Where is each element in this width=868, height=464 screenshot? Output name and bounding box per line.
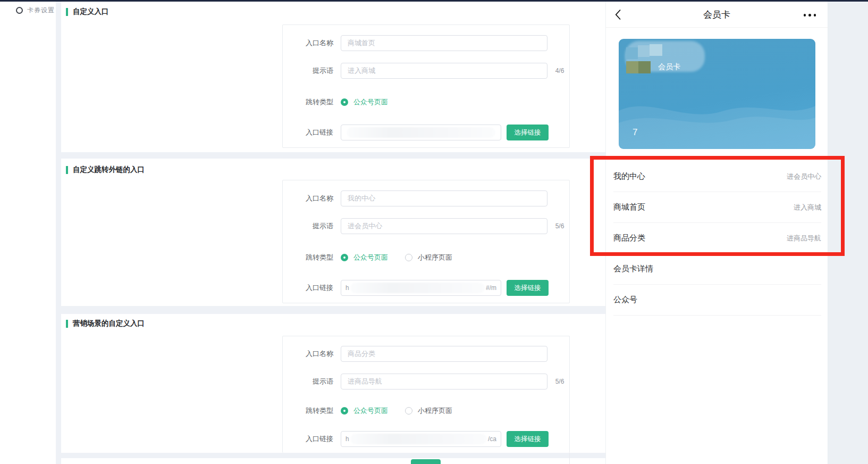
radio-unselected-icon[interactable] [16, 7, 23, 14]
section-title-external-link-entry: 自定义跳转外链的入口 [66, 165, 145, 175]
jump-type-label: 跳转类型 [227, 403, 333, 419]
jump-type-options: 公众号页面 小程序页面 [341, 404, 452, 418]
select-link-button[interactable]: 选择链接 [507, 280, 549, 296]
radio-option-official-account[interactable]: 公众号页面 [353, 253, 388, 262]
char-counter: 4/6 [550, 63, 570, 79]
tip-label: 提示语 [227, 374, 333, 390]
tip-label: 提示语 [227, 218, 333, 234]
sidebar-divider [56, 2, 61, 464]
entry-link-label: 入口链接 [227, 431, 333, 447]
entry-name-label: 入口名称 [227, 346, 333, 362]
jump-type-options: 公众号页面 小程序页面 [341, 251, 452, 264]
card-wave-decoration [619, 39, 815, 149]
section-accent-bar [66, 166, 68, 174]
section-accent-bar [66, 8, 68, 16]
radio-unselected-icon[interactable] [405, 254, 412, 261]
entry-name-input[interactable]: 我的中心 [341, 190, 547, 206]
redacted-link-blur [350, 283, 485, 293]
entry-name-label: 入口名称 [227, 190, 333, 206]
membership-card: 会员卡 7 [619, 39, 815, 149]
sidebar: 卡券设置 [0, 2, 56, 464]
entry-link-label: 入口链接 [227, 125, 333, 140]
select-link-button[interactable]: 选择链接 [507, 125, 549, 140]
tip-label: 提示语 [227, 63, 333, 79]
list-item[interactable]: 商城首页 进入商城 [613, 192, 821, 223]
section-gap [56, 306, 605, 314]
section-accent-bar [66, 320, 68, 328]
list-item[interactable]: 会员卡详情 [613, 254, 821, 285]
entry-link-input[interactable]: h /ca [341, 431, 501, 447]
tip-input[interactable]: 进会员中心 [341, 218, 547, 234]
entry-link-label: 入口链接 [227, 280, 333, 296]
list-item[interactable]: 商品分类 进商品导航 [613, 223, 821, 254]
entry-name-label: 入口名称 [227, 35, 333, 51]
entry-link-input[interactable]: h #/m [341, 280, 501, 296]
section-gap [56, 152, 605, 159]
tip-input[interactable]: 进商品导航 [341, 374, 547, 390]
sidebar-item-label: 卡券设置 [27, 6, 55, 15]
right-background [828, 2, 868, 464]
sidebar-item-card-settings[interactable]: 卡券设置 [16, 6, 55, 15]
tip-input[interactable]: 进入商城 [341, 63, 547, 79]
radio-option-miniprogram[interactable]: 小程序页面 [418, 406, 452, 416]
jump-type-options: 公众号页面 [341, 95, 388, 109]
section-title-marketing-entry: 营销场景的自定义入口 [66, 319, 145, 328]
radio-option-miniprogram[interactable]: 小程序页面 [418, 253, 452, 262]
save-button[interactable] [411, 459, 441, 464]
jump-type-label: 跳转类型 [227, 94, 333, 110]
section-gap [56, 453, 605, 458]
entry-link-input[interactable] [341, 125, 501, 140]
phone-header: 会员卡 [606, 2, 828, 28]
list-item[interactable]: 公众号 [613, 285, 821, 316]
phone-page-title: 会员卡 [606, 2, 828, 28]
entry-name-input[interactable]: 商品分类 [341, 346, 547, 362]
card-edge-line [569, 453, 570, 464]
select-link-button[interactable]: 选择链接 [507, 431, 549, 447]
char-counter: 5/6 [550, 218, 570, 234]
radio-selected-icon[interactable] [341, 98, 348, 106]
phone-preview-panel: 会员卡 会员卡 7 我的中心 进会员中心 商城首页 进入商城 商品分类 进商品导… [605, 2, 828, 464]
radio-selected-icon[interactable] [341, 407, 348, 415]
list-item[interactable]: 我的中心 进会员中心 [613, 161, 821, 192]
section-title-custom-entry: 自定义入口 [66, 7, 109, 16]
more-menu-icon[interactable] [804, 14, 816, 16]
char-counter: 5/6 [550, 374, 570, 390]
redacted-link-blur [350, 434, 487, 444]
card-number: 7 [633, 127, 637, 138]
entry-name-input[interactable]: 商城首页 [341, 35, 547, 51]
radio-unselected-icon[interactable] [405, 407, 412, 415]
radio-option-official-account[interactable]: 公众号页面 [353, 97, 388, 107]
jump-type-label: 跳转类型 [227, 250, 333, 266]
redacted-link-blur [347, 127, 495, 138]
radio-selected-icon[interactable] [341, 254, 348, 261]
radio-option-official-account[interactable]: 公众号页面 [353, 406, 388, 416]
